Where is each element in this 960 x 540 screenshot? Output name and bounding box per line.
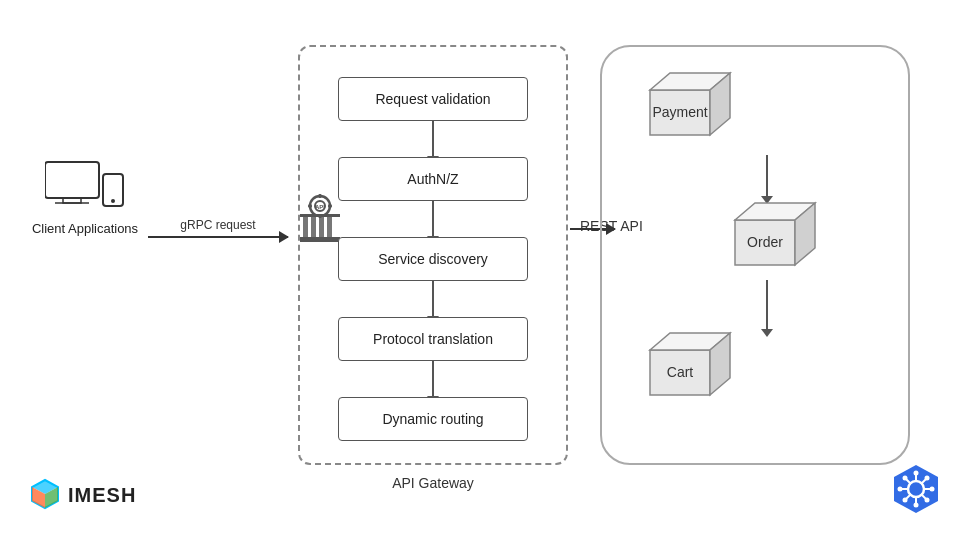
flow-arrow-1 xyxy=(432,121,434,157)
request-validation-box: Request validation xyxy=(338,77,528,121)
svg-point-45 xyxy=(925,498,930,503)
svg-point-46 xyxy=(925,476,930,481)
protocol-translation-box: Protocol translation xyxy=(338,317,528,361)
svg-point-42 xyxy=(898,487,903,492)
svg-text:Cart: Cart xyxy=(667,364,694,380)
gateway-box: Request validation AuthN/Z Service disco… xyxy=(298,45,568,465)
svg-rect-0 xyxy=(45,162,99,198)
svg-point-43 xyxy=(930,487,935,492)
payment-to-order-arrow xyxy=(766,155,768,197)
svg-point-41 xyxy=(914,503,919,508)
diagram-container: Client Applications gRPC request API xyxy=(0,0,960,540)
client-devices-icon xyxy=(45,160,125,215)
order-service: Order xyxy=(720,195,830,275)
svg-point-47 xyxy=(903,498,908,503)
gateway-label: API Gateway xyxy=(392,475,474,491)
svg-point-44 xyxy=(903,476,908,481)
svg-point-40 xyxy=(914,471,919,476)
svg-point-4 xyxy=(111,199,115,203)
payment-service: Payment xyxy=(635,65,745,145)
imesh-brand-text: IMESH xyxy=(68,484,136,507)
flow-arrow-2 xyxy=(432,201,434,237)
arrow-line xyxy=(148,236,288,238)
dynamic-routing-box: Dynamic routing xyxy=(338,397,528,441)
authnz-box: AuthN/Z xyxy=(338,157,528,201)
grpc-request-label: gRPC request xyxy=(180,218,255,232)
client-label: Client Applications xyxy=(20,221,150,236)
svg-text:Payment: Payment xyxy=(652,104,707,120)
service-discovery-box: Service discovery xyxy=(338,237,528,281)
svg-text:Order: Order xyxy=(747,234,783,250)
flow-arrow-4 xyxy=(432,361,434,397)
client-section: Client Applications xyxy=(20,160,150,236)
flow-arrow-3 xyxy=(432,281,434,317)
imesh-logo: IMESH xyxy=(28,478,136,512)
client-to-gateway-arrow: gRPC request xyxy=(148,218,288,238)
order-to-cart-arrow xyxy=(766,280,768,330)
cart-service: Cart xyxy=(635,325,745,405)
kubernetes-icon xyxy=(890,463,942,515)
imesh-logo-icon xyxy=(28,478,62,512)
